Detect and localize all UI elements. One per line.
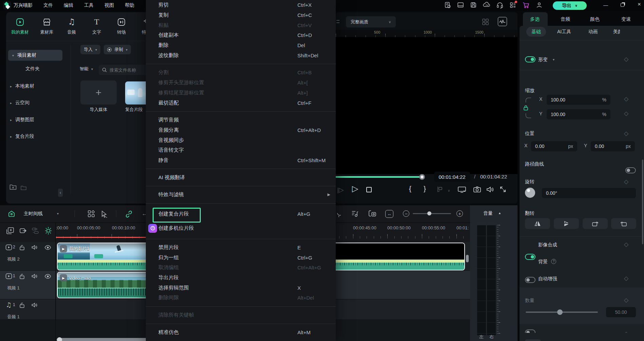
- chevron-down-icon[interactable]: ∨: [448, 189, 450, 192]
- play-button[interactable]: ▷: [352, 184, 358, 193]
- rotate-cw-button[interactable]: [583, 218, 608, 229]
- flip-horizontal-button[interactable]: [525, 218, 550, 229]
- grid-view-icon[interactable]: [482, 18, 490, 26]
- lock-ratio-icon[interactable]: [523, 105, 528, 111]
- context-menu-item[interactable]: 语音转文字: [146, 145, 336, 155]
- display-device-icon[interactable]: [457, 186, 466, 193]
- keyframe-icon[interactable]: ◇: [624, 178, 628, 185]
- reset-button[interactable]: 重置: [525, 339, 541, 341]
- amount-slider-handle[interactable]: [557, 309, 563, 315]
- speaker-icon[interactable]: [31, 273, 38, 279]
- context-menu-item[interactable]: 粘贴 Ctrl+V: [146, 20, 336, 30]
- menu-view[interactable]: 视图: [104, 2, 114, 8]
- folder-icon[interactable]: [20, 185, 27, 190]
- panel-scrollbar[interactable]: [642, 159, 643, 244]
- collapse-meter-icon[interactable]: ▲: [498, 211, 501, 215]
- context-menu-item[interactable]: 导出片段: [146, 273, 336, 283]
- context-menu-item[interactable]: [146, 169, 336, 169]
- rotate-input[interactable]: 0.00°: [542, 188, 636, 198]
- smart-filter-dropdown[interactable]: 智能▾: [80, 66, 93, 72]
- context-menu-item[interactable]: 删除间隙 Alt+Del: [146, 293, 336, 303]
- subtab-beauty[interactable]: 美颜: [613, 29, 620, 35]
- context-menu-item[interactable]: 创建副本 Ctrl+D: [146, 30, 336, 40]
- context-menu-item[interactable]: 波纹删除 Shift+Del: [146, 50, 336, 60]
- collapse-panel-button[interactable]: ‹: [58, 189, 63, 197]
- minimize-button[interactable]: —: [603, 3, 608, 7]
- eye-icon[interactable]: [44, 245, 51, 250]
- beat-detect-icon[interactable]: [351, 210, 359, 217]
- mark-out-icon[interactable]: }: [424, 185, 426, 193]
- close-button[interactable]: ×: [638, 2, 641, 7]
- mark-in-icon[interactable]: {: [409, 185, 411, 193]
- layout-icon[interactable]: [457, 2, 464, 8]
- tab-multiselect[interactable]: 多选: [530, 16, 540, 22]
- keyframe-icon[interactable]: ◇: [624, 130, 628, 137]
- context-menu-item[interactable]: 创建复合片段 Alt+G: [146, 207, 336, 221]
- tab-audio[interactable]: ♫ 音频: [60, 16, 83, 35]
- speaker-icon[interactable]: [486, 186, 494, 193]
- zoom-out-icon[interactable]: −: [403, 210, 409, 217]
- save-icon[interactable]: [470, 2, 477, 8]
- scrollbar-knob[interactable]: [57, 337, 62, 341]
- context-menu-item[interactable]: [146, 324, 336, 324]
- flip-vertical-button[interactable]: [554, 218, 579, 229]
- scopes-icon[interactable]: [498, 17, 507, 26]
- snapshot-camera-icon[interactable]: [473, 186, 481, 193]
- context-menu-item[interactable]: 复制 Ctrl+C: [146, 10, 336, 20]
- rotation-knob[interactable]: [525, 188, 535, 198]
- step-forward-icon[interactable]: |▷: [337, 186, 344, 194]
- preview-canvas[interactable]: [336, 37, 518, 174]
- keyframe-icon[interactable]: ◇: [624, 95, 628, 102]
- export-button[interactable]: 导出 ∨: [553, 1, 587, 10]
- scale-y-input[interactable]: 100.00%: [547, 109, 610, 119]
- context-menu-item[interactable]: 修剪结尾至游标位置 Alt+]: [146, 88, 336, 98]
- home-timeline-icon[interactable]: [7, 210, 16, 218]
- scale-x-input[interactable]: 100.00%: [547, 95, 610, 105]
- subtab-basic[interactable]: 基础: [526, 27, 546, 37]
- add-track-icon[interactable]: [6, 227, 14, 234]
- tree-item-adjustment-layer[interactable]: ▸调整图层: [6, 116, 71, 124]
- timeline-zoom-handle[interactable]: [427, 211, 431, 215]
- context-menu-item[interactable]: 删除 Del: [146, 40, 336, 51]
- tree-item-cloud[interactable]: ▸云空间: [6, 99, 71, 107]
- render-preview-icon[interactable]: [44, 226, 53, 235]
- context-menu-item[interactable]: 静音 Ctrl+Shift+M: [146, 155, 336, 166]
- timeline-vscrollbar[interactable]: [466, 255, 469, 262]
- background-toggle[interactable]: [525, 277, 535, 283]
- context-menu-item[interactable]: 精准仿色 Alt+M: [146, 327, 336, 338]
- path-curve-toggle[interactable]: [625, 167, 636, 173]
- position-x-input[interactable]: 0.00px: [531, 141, 577, 151]
- seek-handle[interactable]: [419, 174, 425, 180]
- lock-icon[interactable]: [19, 245, 25, 250]
- cloud-icon[interactable]: [483, 2, 490, 8]
- rotate-ccw-button[interactable]: [611, 218, 636, 229]
- help-icon[interactable]: ?: [551, 259, 556, 264]
- tab-speed[interactable]: 变速: [621, 16, 631, 22]
- context-menu-item[interactable]: 调节音频: [146, 115, 336, 125]
- cart-icon[interactable]: [522, 2, 530, 8]
- context-menu-item[interactable]: [146, 186, 336, 186]
- tab-transitions[interactable]: 转场: [110, 16, 133, 35]
- tab-my-media[interactable]: 我的素材: [8, 16, 32, 35]
- zoom-fit-icon[interactable]: ↔: [385, 210, 393, 218]
- lock-icon[interactable]: [19, 302, 25, 308]
- chevron-down-icon[interactable]: ▾: [57, 212, 59, 215]
- tab-text[interactable]: T 文字: [85, 16, 109, 35]
- keyframe-icon[interactable]: ◇: [624, 56, 628, 63]
- menu-edit[interactable]: 编辑: [64, 2, 73, 8]
- keyframe-icon[interactable]: ◇: [624, 275, 628, 282]
- compositing-toggle[interactable]: [525, 254, 535, 260]
- chevron-down-icon[interactable]: ▾: [553, 58, 554, 61]
- eye-icon[interactable]: [44, 274, 51, 279]
- tree-item-local-media[interactable]: ▸本地素材: [6, 82, 71, 90]
- plugins-icon[interactable]: [509, 2, 516, 8]
- select-tool-icon[interactable]: [100, 210, 108, 218]
- transform-toggle[interactable]: [525, 56, 535, 62]
- context-menu-item[interactable]: 选择剪辑范围 X: [146, 283, 336, 293]
- context-menu-item[interactable]: [146, 239, 336, 239]
- tab-audio-props[interactable]: 音频: [561, 16, 570, 22]
- context-menu-item[interactable]: 取消编组 Ctrl+Alt+G: [146, 263, 336, 273]
- new-folder-icon[interactable]: [9, 184, 17, 190]
- context-menu-item[interactable]: 特效与滤镜 ▶: [146, 190, 336, 200]
- subtab-ai-tools[interactable]: AI工具: [557, 29, 571, 35]
